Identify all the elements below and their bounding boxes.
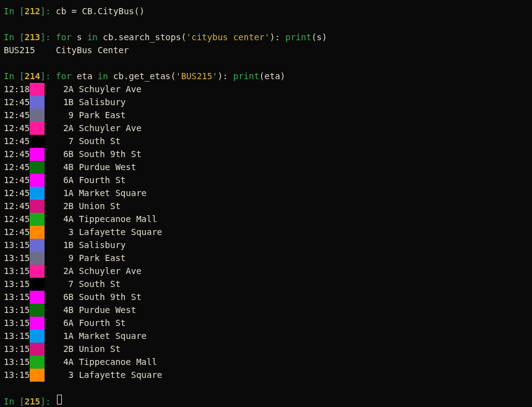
route-color-swatch	[30, 265, 45, 278]
eta-row: 12:18 2A Schuyler Ave	[4, 83, 528, 96]
eta-row: 13:15 1A Market Square	[4, 330, 528, 343]
code-token: (eta)	[259, 70, 285, 83]
terminal-output[interactable]: In [212]: cb = CB.CityBus()In [213]: for…	[4, 5, 528, 407]
route-color-swatch	[30, 122, 45, 135]
route-color-swatch	[30, 109, 45, 122]
blank-line	[4, 382, 528, 395]
code-token: in	[87, 31, 98, 44]
eta-row: 12:45 1B Salisbury	[4, 96, 528, 109]
eta-route-label: 3 Lafayette Square	[45, 369, 162, 382]
eta-row: 12:45 3 Lafayette Square	[4, 226, 528, 239]
eta-row: 12:45 1A Market Square	[4, 187, 528, 200]
code-token: ):	[218, 70, 233, 83]
eta-route-label: 6B South 9th St	[45, 148, 141, 161]
eta-route-label: 9 Park East	[45, 252, 126, 265]
eta-row: 12:45 6B South 9th St	[4, 148, 528, 161]
code-token: cb.search_stops(	[98, 31, 186, 44]
eta-row: 12:45 2A Schuyler Ave	[4, 122, 528, 135]
code-token: in	[98, 70, 108, 83]
route-color-swatch	[30, 174, 45, 187]
route-color-swatch	[30, 369, 45, 382]
route-color-swatch	[30, 291, 45, 304]
eta-row: 13:15 4A Tippecanoe Mall	[4, 356, 528, 369]
input-cell: In [214]: for eta in cb.get_etas('BUS215…	[4, 70, 528, 83]
eta-time: 13:15	[4, 317, 30, 330]
eta-time: 13:15	[4, 330, 30, 343]
route-color-swatch	[30, 148, 45, 161]
route-color-swatch	[30, 226, 45, 239]
route-color-swatch	[30, 317, 45, 330]
route-color-swatch	[30, 330, 45, 343]
route-color-swatch	[30, 278, 45, 291]
cursor	[57, 395, 62, 405]
route-color-swatch	[30, 161, 45, 174]
code-token: eta	[72, 70, 98, 83]
eta-route-label: 6B South 9th St	[45, 291, 141, 304]
eta-route-label: 7 South St	[45, 278, 121, 291]
eta-route-label: 4A Tippecanoe Mall	[45, 356, 157, 369]
code-token: (s)	[311, 31, 327, 44]
eta-row: 13:15 2A Schuyler Ave	[4, 265, 528, 278]
eta-route-label: 2A Schuyler Ave	[45, 122, 141, 135]
eta-row: 12:45 7 South St	[4, 135, 528, 148]
eta-time: 12:45	[4, 109, 30, 122]
eta-time: 13:15	[4, 356, 30, 369]
eta-row: 12:45 9 Park East	[4, 109, 528, 122]
input-cell: In [212]: cb = CB.CityBus()	[4, 5, 528, 18]
eta-time: 13:15	[4, 252, 30, 265]
eta-row: 13:15 3 Lafayette Square	[4, 369, 528, 382]
eta-time: 13:15	[4, 265, 30, 278]
eta-time: 12:45	[4, 174, 30, 187]
eta-row: 13:15 6B South 9th St	[4, 291, 528, 304]
eta-route-label: 4B Purdue West	[45, 161, 136, 174]
code-token: cb = CB.CityBus()	[56, 5, 144, 18]
eta-row: 13:15 7 South St	[4, 278, 528, 291]
route-color-swatch	[30, 213, 45, 226]
eta-time: 12:45	[4, 122, 30, 135]
output-line: BUS215 CityBus Center	[4, 44, 528, 57]
eta-row: 13:15 2B Union St	[4, 343, 528, 356]
eta-route-label: 1A Market Square	[45, 187, 147, 200]
code-token: print	[285, 31, 311, 44]
eta-row: 13:15 9 Park East	[4, 252, 528, 265]
eta-route-label: 9 Park East	[45, 109, 126, 122]
input-cell-active[interactable]: In [215]:	[4, 395, 528, 407]
eta-time: 12:45	[4, 200, 30, 213]
eta-route-label: 2B Union St	[45, 343, 121, 356]
eta-route-label: 3 Lafayette Square	[45, 226, 162, 239]
eta-row: 12:45 4B Purdue West	[4, 161, 528, 174]
eta-time: 12:45	[4, 187, 30, 200]
eta-row: 12:45 2B Union St	[4, 200, 528, 213]
eta-route-label: 1B Salisbury	[45, 96, 126, 109]
prompt: In [212]:	[4, 5, 56, 18]
code-token: cb.get_etas(	[108, 70, 176, 83]
eta-row: 12:45 6A Fourth St	[4, 174, 528, 187]
eta-route-label: 7 South St	[45, 135, 121, 148]
eta-route-label: 2A Schuyler Ave	[45, 265, 141, 278]
code-token: for	[56, 70, 71, 83]
eta-time: 12:45	[4, 161, 30, 174]
eta-time: 12:45	[4, 135, 30, 148]
route-color-swatch	[30, 200, 45, 213]
code-token: print	[233, 70, 259, 83]
route-color-swatch	[30, 343, 45, 356]
eta-row: 13:15 1B Salisbury	[4, 239, 528, 252]
route-color-swatch	[30, 135, 45, 148]
route-color-swatch	[30, 304, 45, 317]
code-token: ):	[270, 31, 285, 44]
route-color-swatch	[30, 252, 45, 265]
eta-time: 13:15	[4, 278, 30, 291]
eta-time: 12:18	[4, 83, 30, 96]
code-token: 'BUS215'	[176, 70, 217, 83]
eta-time: 13:15	[4, 291, 30, 304]
eta-route-label: 2A Schuyler Ave	[45, 83, 141, 96]
eta-time: 13:15	[4, 369, 30, 382]
code-token: 'citybus center'	[186, 31, 270, 44]
eta-time: 12:45	[4, 213, 30, 226]
prompt: In [214]:	[4, 70, 56, 83]
eta-row: 13:15 6A Fourth St	[4, 317, 528, 330]
eta-time: 13:15	[4, 239, 30, 252]
eta-row: 13:15 4B Purdue West	[4, 304, 528, 317]
eta-route-label: 1B Salisbury	[45, 239, 126, 252]
eta-route-label: 4A Tippecanoe Mall	[45, 213, 157, 226]
